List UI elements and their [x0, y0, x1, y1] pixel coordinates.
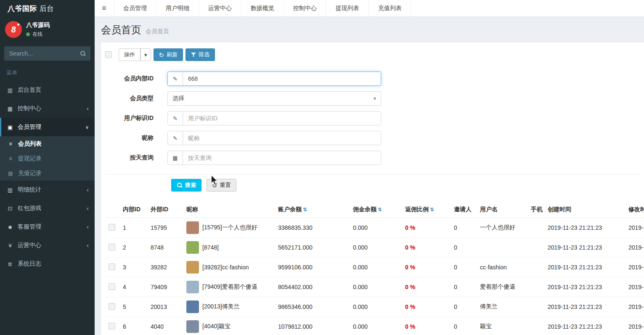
cell-commission: 0.000 [350, 238, 402, 258]
filter-label: 昵称 [105, 134, 154, 142]
cell-phone [527, 218, 544, 238]
checkbox-cell [105, 258, 119, 277]
filter-row-3: 昵称✎ [105, 131, 640, 145]
user-identifier-input[interactable] [183, 112, 381, 125]
column-header-4[interactable]: 佣金余额⇅ [350, 202, 402, 218]
cell-rebate: 0 % [402, 317, 451, 335]
refresh-button[interactable]: ↻ 刷新 [154, 48, 183, 61]
row-checkbox[interactable] [109, 283, 115, 290]
column-header-3[interactable]: 账户余额⇅ [275, 202, 350, 218]
sidebar-subitem-label: 提现记录 [18, 155, 42, 162]
avatar: 8 [5, 21, 22, 38]
column-header-5[interactable]: 返佣比例⇅ [402, 202, 451, 218]
filter-row-1: 会员类型选择▾ [105, 91, 640, 106]
action-dropdown-toggle[interactable]: ▾ [140, 48, 151, 61]
select-all-checkbox[interactable] [105, 51, 112, 58]
cell-internal-id: 3 [119, 258, 147, 277]
filter-label: 用户标识ID [105, 114, 154, 122]
search-input[interactable] [4, 50, 75, 57]
sidebar-search [4, 46, 90, 61]
cell-username: 颖宝 [477, 317, 527, 335]
cell-inviter: 0 [451, 258, 477, 277]
sidebar-item-7[interactable]: ≣系统日志 [0, 255, 95, 273]
topnav-item-5[interactable]: 控制中心 [284, 0, 326, 16]
search-submit-button[interactable]: 搜索 [171, 179, 201, 191]
members-table: 内部ID外部ID昵称账户余额⇅佣金余额⇅返佣比例⇅邀请人用户名手机创建时间修改时… [105, 202, 644, 335]
sidebar-toggle-button[interactable]: ≡ [95, 0, 114, 16]
filter-button[interactable]: 筛选 [186, 48, 215, 61]
cell-internal-id: 1 [119, 218, 147, 238]
sidebar-item-2[interactable]: ▣会员管理∨ [0, 118, 95, 136]
sidebar-item-label: 系统日志 [18, 260, 41, 268]
cell-rebate: 0 % [402, 277, 451, 297]
filter-row-4: 按天查询▦ [105, 151, 640, 165]
search-button[interactable] [75, 46, 90, 61]
filter-form: 会员内部ID✎会员类型选择▾用户标识ID✎昵称✎按天查询▦ [105, 62, 640, 165]
sidebar-subitem-1[interactable]: ≡提现记录 [0, 151, 95, 166]
member-internal-id-input[interactable] [183, 72, 381, 85]
cell-created: 2019-11-23 21:21:23 [544, 277, 625, 297]
sidebar-submenu: ≡会员列表≡提现记录▤充值记录 [0, 136, 95, 181]
topnav-item-6[interactable]: 提现列表 [326, 0, 369, 16]
rebate-value: 0 % [405, 284, 415, 290]
sidebar-subitem-0[interactable]: ≡会员列表 [0, 136, 95, 151]
cell-external-id: 15795 [147, 218, 183, 238]
date-query-input[interactable] [183, 151, 381, 165]
column-header-label: 账户余额 [278, 206, 302, 213]
sidebar-item-3[interactable]: ▥明细统计‹ [0, 181, 95, 199]
reset-button[interactable]: ↺ 重置 [207, 179, 236, 191]
sidebar-item-1[interactable]: ▦控制中心‹ [0, 99, 95, 118]
cell-phone [527, 238, 544, 258]
column-header-7: 用户名 [477, 202, 527, 218]
row-checkbox[interactable] [109, 303, 115, 310]
cell-internal-id: 4 [119, 277, 147, 297]
cell-rebate: 0 % [402, 218, 451, 238]
list-icon: ≡ [7, 156, 14, 162]
avatar [186, 300, 199, 313]
sort-icon[interactable]: ⇅ [378, 207, 382, 213]
topnav-item-2[interactable]: 用户明细 [156, 0, 199, 16]
cell-external-id: 8748 [147, 238, 183, 258]
sort-icon[interactable]: ⇅ [303, 207, 307, 213]
member-nickname: [8748] [202, 244, 219, 251]
brand-logo[interactable]: 八爷国际 后台 [0, 0, 95, 17]
filter-row-2: 用户标识ID✎ [105, 111, 640, 125]
rebate-value: 0 % [405, 224, 415, 231]
row-checkbox[interactable] [109, 263, 115, 270]
checkbox-cell [105, 297, 119, 317]
chevron-down-icon: ∨ [85, 125, 89, 130]
row-checkbox[interactable] [109, 244, 115, 250]
cell-nickname: [39282]cc·fashion [183, 258, 275, 277]
panel-icon: ▣ [6, 124, 14, 130]
avatar-text: 8 [11, 25, 16, 35]
topnav-item-7[interactable]: 充值列表 [369, 0, 411, 16]
topnav-item-4[interactable]: 数据概览 [241, 0, 284, 16]
cell-inviter: 0 [451, 297, 477, 317]
sidebar-item-6[interactable]: ¥运营中心‹ [0, 236, 95, 255]
sidebar-item-5[interactable]: ☻客服管理‹ [0, 218, 95, 236]
sidebar-subitem-2[interactable]: ▤充值记录 [0, 166, 95, 181]
column-header-label: 邀请人 [454, 206, 472, 213]
action-button[interactable]: 操作 [119, 48, 140, 61]
sidebar-item-0[interactable]: ▥后台首页 [0, 81, 95, 99]
row-checkbox[interactable] [109, 323, 115, 330]
column-header-label: 修改时间 [628, 206, 644, 213]
column-header-label: 昵称 [186, 206, 198, 213]
pencil-icon: ✎ [168, 72, 183, 85]
cell-internal-id: 6 [119, 317, 147, 335]
table-row: 115795[15795]一个人也很好3386835.3300.0000 %0一… [105, 218, 644, 238]
topnav-item-1[interactable]: 会员管理 [114, 0, 156, 16]
cell-modified: 2019-11-23 21:21:23 [625, 277, 644, 297]
nickname-input[interactable] [183, 131, 381, 145]
cell-phone [527, 297, 544, 317]
sidebar-item-4[interactable]: ⊡红包游戏‹ [0, 199, 95, 218]
cell-modified: 2019-11-23 21:21:23 [625, 297, 644, 317]
table-row: 520013[20013]傅美兰9865346.0000.0000 %0傅美兰2… [105, 297, 644, 317]
sidebar: 8 八爷源码 在线 菜单 ▥后台首页▦控制中心‹▣会员管理∨≡会员列表≡提现记录… [0, 17, 95, 335]
filter-label: 会员内部ID [105, 75, 154, 82]
sort-icon[interactable]: ⇅ [430, 207, 434, 213]
row-checkbox[interactable] [109, 224, 115, 231]
member-type-select[interactable]: 选择▾ [167, 91, 381, 106]
cell-external-id: 39282 [147, 258, 183, 277]
topnav-item-3[interactable]: 运营中心 [199, 0, 241, 16]
